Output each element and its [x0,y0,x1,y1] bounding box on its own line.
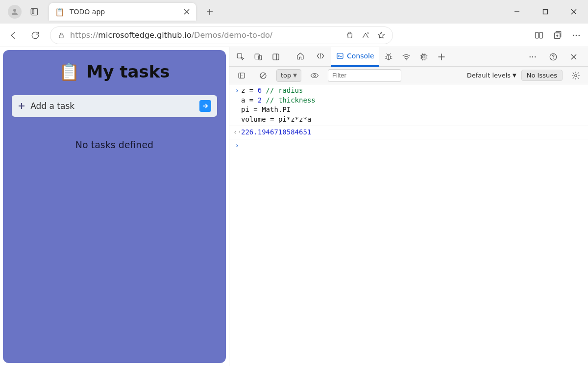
svg-point-9 [576,34,577,36]
minimize-icon [514,9,520,15]
empty-state: No tasks defined [75,139,153,150]
plus-icon [206,8,213,15]
filter-input[interactable] [328,69,401,82]
maximize-icon [542,9,548,15]
svg-point-21 [532,56,533,57]
sidebar-icon [237,71,246,80]
dock-icon [271,52,280,61]
live-expression-button[interactable] [306,68,323,83]
clipboard-icon: 📋 [59,62,79,81]
svg-rect-2 [32,10,34,14]
help-icon [549,52,558,61]
maximize-button[interactable] [531,0,560,24]
devtools-close-button[interactable] [565,49,582,65]
console-prompt-row[interactable]: › [229,139,588,152]
code-icon [316,52,325,60]
inspect-element-button[interactable] [232,49,249,65]
minimize-button[interactable] [503,0,531,24]
settings-menu-button[interactable] [571,30,581,40]
browser-tab[interactable]: 📋 TODO app [49,3,196,21]
tab-performance[interactable] [416,49,432,65]
favorite-button[interactable] [377,31,386,40]
inspect-icon [236,52,245,61]
devtools-more-button[interactable] [524,49,541,65]
url-text: https://microsoftedge.github.io/Demos/de… [70,30,272,40]
lock-icon [57,31,65,39]
more-tabs-button[interactable] [433,49,450,65]
console-output-value: 226.1946710584651 [241,128,311,137]
bag-icon [345,31,354,40]
log-levels-select[interactable]: Default levels ▼ [467,72,516,79]
add-task-placeholder: Add a task [30,101,195,111]
site-info-button[interactable] [57,31,65,39]
close-icon [183,8,190,15]
refresh-button[interactable] [28,28,42,42]
close-tab-button[interactable] [183,8,190,15]
split-screen-icon [534,30,544,40]
split-screen-button[interactable] [534,30,544,40]
svg-rect-19 [422,55,425,58]
tab-network[interactable] [398,49,415,65]
issues-button[interactable]: No Issues [521,70,563,81]
plus-icon [18,102,25,110]
tab-console[interactable]: Console [331,47,379,67]
tab-sources[interactable] [380,49,397,65]
browser-titlebar: 📋 TODO app [0,0,588,24]
svg-rect-4 [59,35,63,38]
svg-rect-14 [273,54,279,60]
tab-welcome[interactable] [291,47,310,67]
svg-point-8 [573,34,574,36]
clear-icon [259,71,268,80]
console-input-row: › z = 6 // radius a = 2 // thickness pi … [229,84,588,126]
todo-app: 📋 My tasks Add a task No tasks defined [3,50,226,363]
more-icon [528,52,537,61]
execution-context-select[interactable]: top▼ [276,69,301,82]
devtools-tabstrip: Console [229,47,588,67]
tab-elements[interactable] [311,47,330,67]
svg-rect-6 [539,32,543,38]
output-arrow-icon: ‹· [233,128,241,137]
console-input-code: z = 6 // radius a = 2 // thickness pi = … [241,86,316,124]
new-tab-button[interactable] [202,4,218,20]
close-window-button[interactable] [560,0,588,24]
toggle-sidebar-button[interactable] [233,68,250,83]
dock-side-button[interactable] [268,49,284,65]
gear-icon [571,71,580,80]
refresh-icon [30,30,40,40]
svg-rect-15 [337,53,343,59]
console-body[interactable]: › z = 6 // radius a = 2 // thickness pi … [229,84,588,366]
svg-point-24 [553,58,554,59]
close-icon [570,53,577,60]
collections-button[interactable] [553,30,563,40]
shopping-button[interactable] [345,31,354,40]
svg-rect-5 [536,32,539,38]
titlebar-left [0,5,39,19]
star-icon [377,31,386,40]
arrow-right-icon [202,103,209,109]
devtools-help-button[interactable] [545,49,562,65]
back-button[interactable] [7,28,21,42]
content-area: 📋 My tasks Add a task No tasks defined C… [0,47,588,366]
profile-button[interactable] [8,5,22,19]
svg-point-17 [406,59,407,60]
tab-favicon-icon: 📋 [55,7,65,17]
collections-icon [553,30,563,40]
address-bar[interactable]: https://microsoftedge.github.io/Demos/de… [50,26,393,44]
devtools-pane: Console top▼ Default levels ▼ No Issues [229,47,588,366]
eye-icon [310,71,319,80]
tab-actions-icon[interactable] [29,7,39,17]
svg-rect-3 [543,10,548,14]
submit-task-button[interactable] [199,100,211,112]
clear-console-button[interactable] [255,68,271,83]
add-task-input[interactable]: Add a task [12,95,217,117]
browser-toolbar: https://microsoftedge.github.io/Demos/de… [0,24,588,47]
bug-icon [384,52,393,61]
page-pane: 📋 My tasks Add a task No tasks defined [0,47,229,366]
read-aloud-icon [361,31,370,40]
device-emulation-button[interactable] [250,49,267,65]
tab-title: TODO app [70,8,178,16]
devices-icon [254,52,263,61]
read-aloud-button[interactable] [361,31,370,40]
console-settings-button[interactable] [567,68,584,83]
chevron-right-icon: › [233,141,241,151]
